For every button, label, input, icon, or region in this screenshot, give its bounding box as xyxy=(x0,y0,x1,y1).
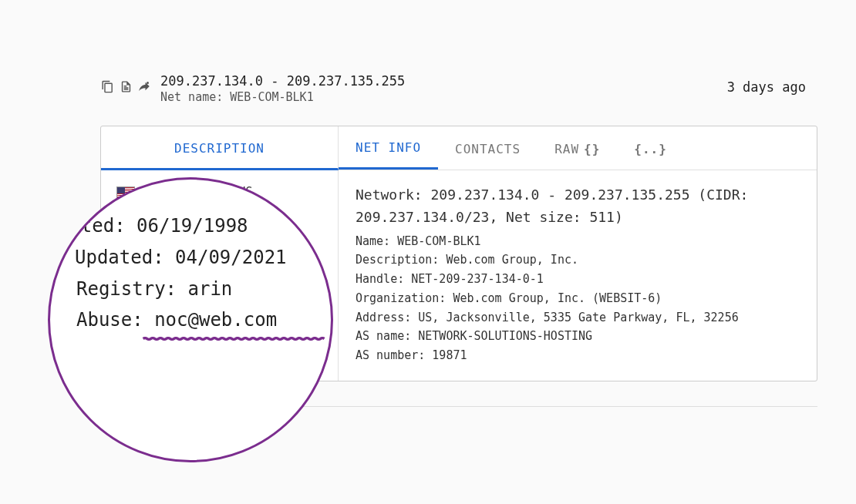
zoom-highlight-circle: Created: 06/19/1998 Updated: 04/09/2021 … xyxy=(48,177,333,462)
address-line: Address: US, Jacksonville, 5335 Gate Par… xyxy=(356,308,800,328)
desc-line: Description: Web.com Group, Inc. xyxy=(356,250,800,270)
braces-icon: {} xyxy=(584,142,600,156)
tabs: DESCRIPTION NET INFO CONTACTS RAW {} {..… xyxy=(101,126,817,170)
tab-netinfo[interactable]: NET INFO xyxy=(339,126,438,170)
netname-line: Net name: WEB-COM-BLK1 xyxy=(160,90,718,104)
title-block: 209.237.134.0 - 209.237.135.255 Net name… xyxy=(160,73,718,104)
share-icon[interactable] xyxy=(137,79,151,93)
action-icons xyxy=(100,73,151,93)
copy-icon[interactable] xyxy=(100,79,114,93)
timestamp: 3 days ago xyxy=(727,73,806,95)
asname-line: AS name: NETWORK-SOLUTIONS-HOSTING xyxy=(356,327,800,346)
handle-line: Handle: NET-209-237-134-0-1 xyxy=(356,270,800,289)
name-line: Name: WEB-COM-BLK1 xyxy=(356,232,800,251)
zoom-content: Created: 06/19/1998 Updated: 04/09/2021 … xyxy=(76,210,287,336)
zoom-line-registry: Registry: arin xyxy=(76,274,287,305)
netname-label: Net name: xyxy=(160,90,230,104)
ip-range-text: 209.237.134.0 - 209.237.135.255 xyxy=(160,73,718,89)
zoom-line-abuse: Abuse: noc@web.com xyxy=(76,304,287,336)
tab-description[interactable]: DESCRIPTION xyxy=(101,126,339,170)
highlight-underline xyxy=(124,337,333,341)
network-line: Network: 209.237.134.0 - 209.237.135.255… xyxy=(356,184,800,229)
json-braces-icon: {..} xyxy=(634,142,667,156)
tab-json[interactable]: {..} xyxy=(617,126,684,170)
netname-value: WEB-COM-BLK1 xyxy=(230,90,313,104)
tab-raw[interactable]: RAW {} xyxy=(538,126,617,170)
tab-raw-label: RAW xyxy=(554,142,579,156)
zoom-line-updated: Updated: 04/09/2021 xyxy=(75,242,287,274)
netinfo-panel: Network: 209.237.134.0 - 209.237.135.255… xyxy=(339,170,817,381)
org-line: Organization: Web.com Group, Inc. (WEBSI… xyxy=(356,289,800,308)
result-header: 209.237.134.0 - 209.237.135.255 Net name… xyxy=(100,73,806,104)
asnumber-line: AS number: 19871 xyxy=(356,346,800,365)
tab-contacts[interactable]: CONTACTS xyxy=(438,126,538,170)
svg-point-0 xyxy=(147,82,149,84)
document-icon[interactable] xyxy=(119,79,133,93)
